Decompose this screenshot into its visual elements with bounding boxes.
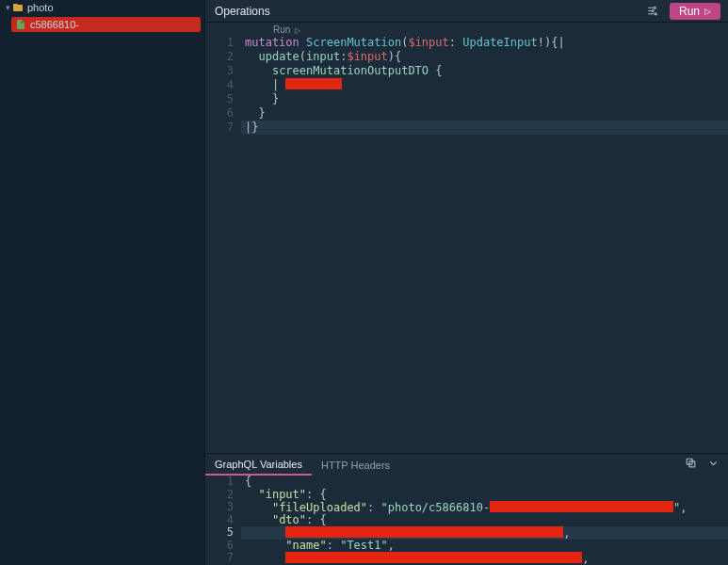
chevron-down-icon: ▾ xyxy=(6,3,10,12)
svg-point-2 xyxy=(655,13,657,15)
tree-folder-photo[interactable]: ▾ photo xyxy=(0,0,204,15)
code-line-5: } xyxy=(241,92,728,106)
code-line-6: } xyxy=(241,106,728,121)
run-button[interactable]: Run ▷ xyxy=(670,3,720,20)
folder-label: photo xyxy=(27,2,54,13)
file-tree-sidebar: ▾ photo c5866810- xyxy=(0,0,205,565)
vars-line-5: , xyxy=(241,526,728,540)
file-icon xyxy=(15,19,26,30)
vars-line-1: { xyxy=(241,476,728,489)
play-icon: ▷ xyxy=(295,26,300,35)
operations-header: Operations Run ▷ xyxy=(205,0,728,23)
redacted-text xyxy=(490,501,673,512)
variables-gutter: 1 2 3 4 5 6 7 xyxy=(205,476,241,565)
code-line-2: update(input:$input){ xyxy=(241,50,728,64)
main-column: Operations Run ▷ Run ▷ 1 2 3 4 5 6 7 mut… xyxy=(205,0,728,565)
folder-icon xyxy=(12,2,24,13)
run-inline-bar: Run ▷ xyxy=(205,23,728,36)
code-line-1: mutation ScreenMutation($input: UpdateIn… xyxy=(241,36,728,50)
copy-icon[interactable] xyxy=(681,454,700,471)
tab-graphql-variables[interactable]: GraphQL Variables xyxy=(205,454,312,476)
settings-icon[interactable] xyxy=(643,3,662,20)
play-icon: ▷ xyxy=(704,7,711,16)
vars-line-2: "input": { xyxy=(241,489,728,502)
code-line-7: |} xyxy=(241,121,728,135)
variables-tabs-bar: GraphQL Variables HTTP Headers xyxy=(205,453,728,476)
collapse-icon[interactable] xyxy=(704,454,722,471)
vars-line-6: "name": "Test1", xyxy=(241,540,728,553)
redacted-text xyxy=(285,552,582,563)
code-line-3: screenMutationOutputDTO { xyxy=(241,64,728,78)
vars-line-3: "fileUploaded": "photo/c5866810-", xyxy=(241,501,728,514)
code-line-4: | xyxy=(241,78,728,92)
redacted-text xyxy=(285,78,342,89)
tree-file-c5866810[interactable]: c5866810- xyxy=(11,17,201,32)
vars-line-7: , xyxy=(241,552,728,565)
run-button-label: Run xyxy=(679,5,700,18)
svg-point-1 xyxy=(652,9,654,11)
redacted-text xyxy=(285,526,563,538)
tab-http-headers[interactable]: HTTP Headers xyxy=(312,454,399,476)
svg-point-0 xyxy=(655,7,656,8)
run-inline-button[interactable]: Run ▷ xyxy=(273,24,300,35)
operations-gutter: 1 2 3 4 5 6 7 xyxy=(205,36,241,453)
vars-line-4: "dto": { xyxy=(241,514,728,527)
variables-editor[interactable]: 1 2 3 4 5 6 7 { "input": { "fileUploaded… xyxy=(205,476,728,565)
operations-title: Operations xyxy=(215,5,639,18)
operations-editor[interactable]: 1 2 3 4 5 6 7 mutation ScreenMutation($i… xyxy=(205,36,728,453)
file-label: c5866810- xyxy=(30,19,79,30)
